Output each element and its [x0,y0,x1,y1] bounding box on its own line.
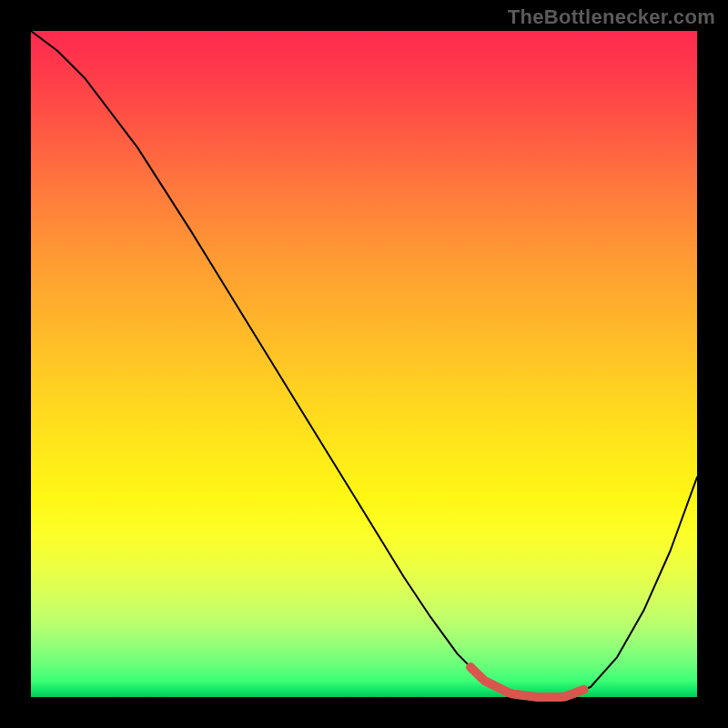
chart-svg [31,31,697,697]
plot-area [31,31,697,697]
watermark-text: TheBottlenecker.com [508,5,715,29]
chart-frame: TheBottlenecker.com [0,0,728,728]
bottleneck-curve [31,31,697,697]
highlight-segment [470,667,584,697]
